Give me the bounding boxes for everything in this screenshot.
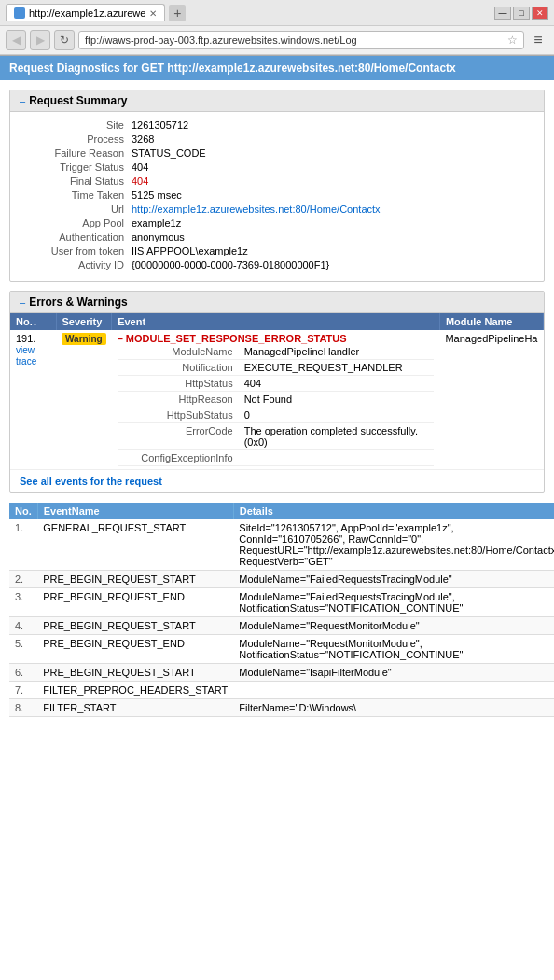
event-name: PRE_BEGIN_REQUEST_START	[37, 617, 233, 635]
summary-row: Process3268	[20, 133, 534, 145]
events-table-row: 8.FILTER_STARTFilterName="D:\Windows\21:…	[9, 699, 554, 717]
summary-label: Trigger Status	[20, 161, 132, 173]
error-detail-value: 404	[239, 376, 435, 392]
view-trace-link[interactable]: view trace	[16, 345, 36, 366]
summary-row: User from tokenIIS APPPOOL\example1z	[20, 245, 534, 256]
error-detail-label: HttpStatus	[118, 376, 239, 392]
col-module: Module Name	[439, 313, 543, 330]
browser-menu-button[interactable]: ≡	[528, 30, 548, 50]
forward-button[interactable]: ▶	[30, 30, 50, 50]
error-module: ManagedPipelineHa	[439, 330, 543, 470]
summary-value: STATUS_CODE	[132, 147, 206, 159]
summary-row: Final Status404	[20, 175, 534, 186]
title-bar: http://example1z.azurewe ✕ + — □ ✕	[0, 0, 554, 26]
new-tab-button[interactable]: +	[169, 5, 186, 21]
request-summary-title: Request Summary	[29, 94, 127, 107]
tab-close-button[interactable]: ✕	[149, 8, 157, 19]
summary-value: 5125 msec	[132, 189, 182, 200]
error-detail-row: ConfigExceptionInfo	[118, 450, 435, 466]
address-text: ftp://waws-prod-bay-003.ftp.azurewebsite…	[85, 35, 504, 46]
events-col-no: No.	[9, 503, 37, 519]
content-area: – Request Summary Site1261305712Process3…	[0, 80, 554, 938]
error-detail-value: 0	[239, 407, 435, 423]
event-details: ModuleName="IsapiFilterModule"	[233, 664, 554, 682]
error-detail-label: ModuleName	[118, 344, 239, 360]
events-col-details: Details	[233, 503, 554, 519]
summary-label: Process	[20, 133, 132, 145]
summary-value: 404	[132, 161, 148, 173]
request-summary-toggle[interactable]: –	[20, 95, 25, 106]
event-details	[233, 682, 554, 699]
errors-warnings-header: – Errors & Warnings	[10, 292, 544, 313]
error-detail-label: HttpReason	[118, 392, 239, 407]
summary-label: Site	[20, 119, 132, 131]
summary-value: {00000000-0000-0000-7369-018000000F1}	[132, 259, 329, 270]
event-name: PRE_BEGIN_REQUEST_START	[37, 571, 233, 588]
maximize-button[interactable]: □	[513, 7, 530, 20]
event-name: PRE_BEGIN_REQUEST_END	[37, 588, 233, 617]
error-detail-value: The operation completed successfully. (0…	[239, 423, 435, 450]
event-name: PRE_BEGIN_REQUEST_END	[37, 635, 233, 664]
back-button[interactable]: ◀	[6, 30, 26, 50]
nav-bar: ◀ ▶ ↻ ftp://waws-prod-bay-003.ftp.azurew…	[0, 26, 554, 55]
error-detail-row: ModuleNameManagedPipelineHandler	[118, 344, 435, 360]
errors-warnings-toggle[interactable]: –	[20, 297, 25, 308]
summary-label: Url	[20, 203, 132, 214]
error-severity: Warning	[56, 330, 112, 470]
event-name: PRE_BEGIN_REQUEST_START	[37, 664, 233, 682]
event-row-no: 7.	[9, 682, 37, 699]
event-details: ModuleName="FailedRequestsTracingModule"	[233, 571, 554, 588]
error-detail-label: ErrorCode	[118, 423, 239, 450]
summary-row: Failure ReasonSTATUS_CODE	[20, 147, 534, 159]
event-details: ModuleName="RequestMonitorModule"	[233, 617, 554, 635]
event-name: FILTER_START	[37, 699, 233, 717]
summary-value: IIS APPPOOL\example1z	[132, 245, 248, 256]
tab-title: http://example1z.azurewe	[29, 7, 145, 19]
summary-label: Final Status	[20, 175, 132, 186]
summary-value: 404	[132, 175, 148, 186]
events-table-body: 1.GENERAL_REQUEST_STARTSiteId="126130571…	[9, 519, 554, 717]
minimize-button[interactable]: —	[494, 7, 511, 20]
events-table-row: 4.PRE_BEGIN_REQUEST_STARTModuleName="Req…	[9, 617, 554, 635]
event-name: GENERAL_REQUEST_START	[37, 519, 233, 571]
browser-chrome: http://example1z.azurewe ✕ + — □ ✕ ◀ ▶ ↻…	[0, 0, 554, 56]
event-details: SiteId="1261305712", AppPoolId="example1…	[233, 519, 554, 571]
event-row-no: 8.	[9, 699, 37, 717]
event-row-no: 2.	[9, 571, 37, 588]
col-severity: Severity	[56, 313, 112, 330]
col-no: No.↓	[10, 313, 56, 330]
event-details: ModuleName="FailedRequestsTracingModule"…	[233, 588, 554, 617]
error-detail-table: ModuleNameManagedPipelineHandlerNotifica…	[118, 344, 435, 466]
bookmark-icon[interactable]: ☆	[507, 34, 518, 47]
see-all-events-link[interactable]: See all events for the request	[10, 470, 544, 492]
error-detail-value: EXECUTE_REQUEST_HANDLER	[239, 360, 435, 376]
event-name: FILTER_PREPROC_HEADERS_START	[37, 682, 233, 699]
summary-label: Time Taken	[20, 189, 132, 200]
browser-tab[interactable]: http://example1z.azurewe ✕	[6, 4, 165, 21]
summary-value: anonymous	[132, 231, 185, 242]
summary-label: Failure Reason	[20, 147, 132, 159]
error-event: – MODULE_SET_RESPONSE_ERROR_STATUS Modul…	[112, 330, 440, 470]
summary-value: example1z	[132, 217, 181, 228]
events-table-row: 7.FILTER_PREPROC_HEADERS_START21:05:24.7…	[9, 682, 554, 699]
page-header: Request Diagnostics for GET http://examp…	[0, 56, 554, 80]
error-detail-row: NotificationEXECUTE_REQUEST_HANDLER	[118, 360, 435, 376]
summary-value[interactable]: http://example1z.azurewebsites.net:80/Ho…	[132, 203, 381, 214]
summary-row: Authenticationanonymous	[20, 231, 534, 242]
col-event: Event	[112, 313, 440, 330]
event-details: ModuleName="RequestMonitorModule", Notif…	[233, 635, 554, 664]
address-bar[interactable]: ftp://waws-prod-bay-003.ftp.azurewebsite…	[78, 31, 524, 49]
events-table-row: 1.GENERAL_REQUEST_STARTSiteId="126130571…	[9, 519, 554, 571]
summary-row: Urlhttp://example1z.azurewebsites.net:80…	[20, 203, 534, 214]
summary-label: App Pool	[20, 217, 132, 228]
summary-row: App Poolexample1z	[20, 217, 534, 228]
refresh-button[interactable]: ↻	[54, 30, 75, 50]
error-detail-label: Notification	[118, 360, 239, 376]
errors-table: No.↓ Severity Event Module Name 191. vie…	[10, 313, 544, 470]
error-detail-row: ErrorCodeThe operation completed success…	[118, 423, 435, 450]
close-button[interactable]: ✕	[532, 7, 548, 20]
error-detail-value	[239, 450, 435, 466]
error-detail-value: ManagedPipelineHandler	[239, 344, 435, 360]
error-no: 191. view trace	[10, 330, 56, 470]
events-table: No. EventName Details Time 1.GENERAL_REQ…	[9, 503, 554, 717]
